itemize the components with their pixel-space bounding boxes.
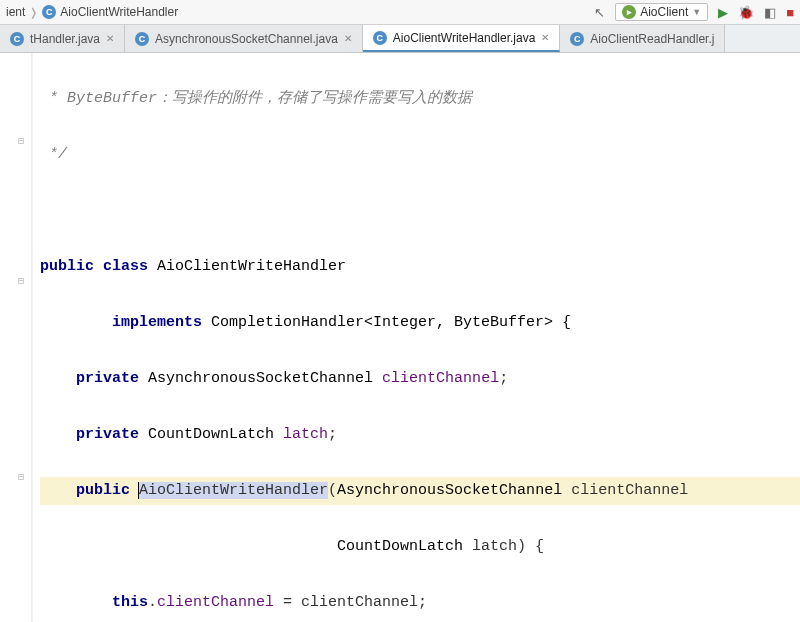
stop-icon[interactable]: ■ [786,5,794,20]
coverage-icon[interactable]: ◧ [764,5,776,20]
editor-tabs: C tHandler.java ✕ C AsynchronousSocketCh… [0,25,800,53]
breadcrumb-item[interactable]: ient [6,5,25,19]
fold-icon[interactable]: ⊟ [18,277,28,287]
tab-label: AioClientReadHandler.j [590,32,714,46]
class-icon: C [570,32,584,46]
code-area[interactable]: * ByteBuffer：写操作的附件，存储了写操作需要写入的数据 */ pub… [32,53,800,622]
breadcrumb-item[interactable]: C AioClientWriteHandler [42,5,178,19]
class-icon: C [10,32,24,46]
toolbar: ↖ ▸ AioClient ▼ ▶ 🐞 ◧ ■ [594,3,794,21]
tab-active[interactable]: C AioClientWriteHandler.java ✕ [363,25,561,52]
close-icon[interactable]: ✕ [541,32,549,43]
debug-icon[interactable]: 🐞 [738,5,754,20]
chevron-down-icon: ▼ [692,7,701,17]
class-icon: C [42,5,56,19]
run-icon[interactable]: ▶ [718,5,728,20]
run-config-selector[interactable]: ▸ AioClient ▼ [615,3,708,21]
breadcrumb-separator: ❭ [29,6,38,19]
tab-label: AsynchronousSocketChannel.java [155,32,338,46]
comment: */ [40,146,67,163]
tab-label: AioClientWriteHandler.java [393,31,536,45]
close-icon[interactable]: ✕ [106,33,114,44]
current-line: public AioClientWriteHandler(Asynchronou… [40,477,800,505]
class-icon: C [373,31,387,45]
fold-icon[interactable]: ⊟ [18,473,28,483]
code-editor[interactable]: ⊟ ⊟ ⊟ * ByteBuffer：写操作的附件，存储了写操作需要写入的数据 … [0,53,800,622]
tab[interactable]: C AsynchronousSocketChannel.java ✕ [125,25,363,52]
tab[interactable]: C AioClientReadHandler.j [560,25,725,52]
close-icon[interactable]: ✕ [344,33,352,44]
class-icon: C [135,32,149,46]
build-hammer-icon[interactable]: ↖ [594,5,605,20]
gutter[interactable]: ⊟ ⊟ ⊟ [0,53,32,622]
tab[interactable]: C tHandler.java ✕ [0,25,125,52]
fold-icon[interactable]: ⊟ [18,137,28,147]
run-icon: ▸ [622,5,636,19]
comment: * ByteBuffer：写操作的附件，存储了写操作需要写入的数据 [40,90,472,107]
tab-label: tHandler.java [30,32,100,46]
breadcrumb: ient ❭ C AioClientWriteHandler ↖ ▸ AioCl… [0,0,800,25]
